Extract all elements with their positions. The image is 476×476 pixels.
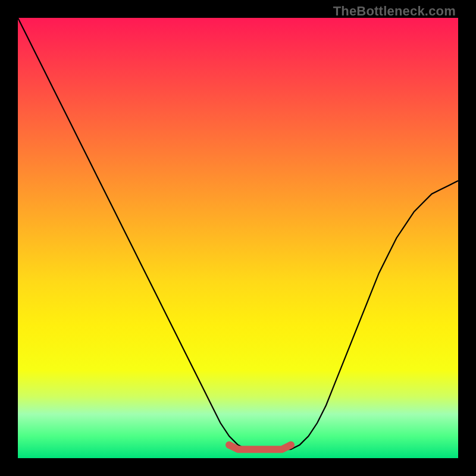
watermark-text: TheBottleneck.com — [333, 4, 456, 19]
plot-area — [18, 18, 458, 458]
highlight-end-dot — [287, 441, 295, 449]
highlight-start-dot — [226, 441, 233, 449]
series-highlight — [229, 445, 291, 449]
chart-svg — [18, 18, 458, 458]
series-curve — [18, 18, 458, 449]
chart-frame: TheBottleneck.com — [0, 0, 476, 476]
